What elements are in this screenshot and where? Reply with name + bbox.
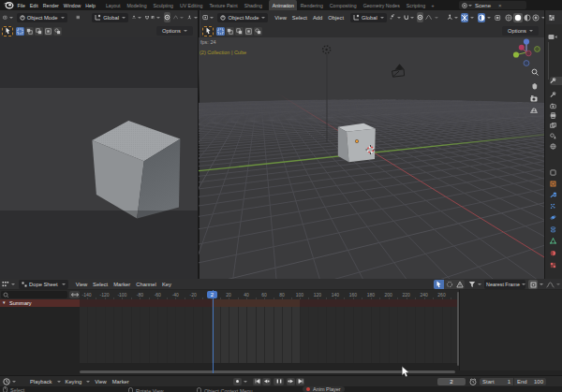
svg-text:fps: 24: fps: 24 xyxy=(200,39,216,45)
svg-text:(2) Collection | Cube: (2) Collection | Cube xyxy=(200,50,246,55)
